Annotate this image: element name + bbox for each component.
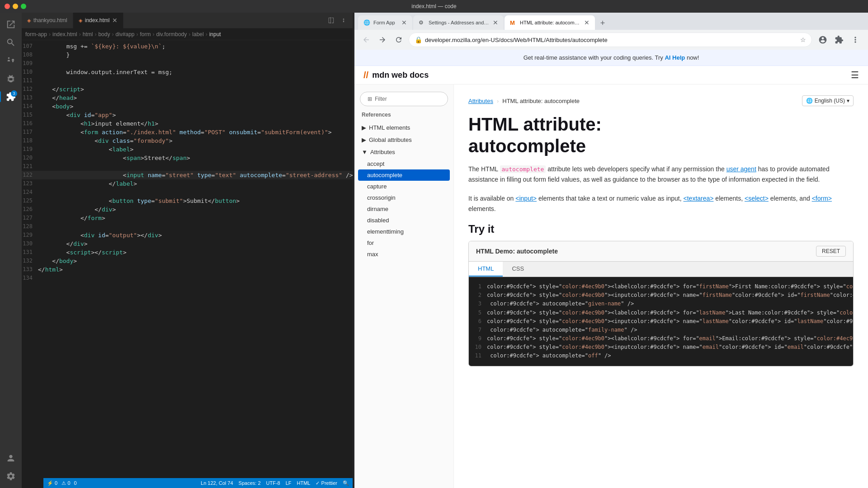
reload-button[interactable]: [392, 33, 405, 46]
filter-button[interactable]: ⊞ Filter: [360, 92, 448, 106]
nav-item-autocomplete[interactable]: autocomplete: [358, 169, 450, 181]
demo-code[interactable]: 1color:#9cdcfe"> style="color:#4ec9b0"><…: [469, 277, 853, 366]
editor-breadcrumb: form-app › index.html › html › body › di…: [22, 28, 353, 40]
code-line-126: 126 </div>: [22, 205, 353, 214]
form-link[interactable]: <form>: [812, 195, 832, 202]
breadcrumb-attributes[interactable]: Attributes: [468, 98, 493, 104]
demo-line: 10color:#9cdcfe"> style="color:#4ec9b0">…: [474, 343, 848, 352]
breadcrumb-item[interactable]: label: [192, 31, 203, 38]
tab-close[interactable]: ✕: [584, 19, 590, 26]
textarea-link[interactable]: <textarea>: [684, 195, 714, 202]
address-bar[interactable]: 🔒 developer.mozilla.org/en-US/docs/Web/H…: [409, 33, 812, 47]
forward-button[interactable]: [376, 33, 389, 46]
breadcrumb-item[interactable]: form-app: [25, 31, 47, 38]
input-link[interactable]: <input>: [515, 195, 537, 202]
nav-item-capture[interactable]: capture: [354, 181, 453, 192]
user-agent-link[interactable]: user agent: [726, 165, 756, 173]
browser-tab-formapp[interactable]: 🌐 Form App ✕: [358, 15, 412, 30]
browser-tab-settings[interactable]: ⚙ Settings - Addresses and ... ✕: [413, 15, 504, 30]
activity-bar: 3: [0, 13, 22, 488]
hamburger-menu[interactable]: ☰: [851, 70, 859, 80]
split-editor-button[interactable]: [326, 15, 336, 26]
code-line-123: 123 </label>: [22, 179, 353, 188]
activity-settings[interactable]: [3, 468, 19, 484]
activity-explorer[interactable]: [3, 16, 19, 33]
nav-item-max[interactable]: max: [354, 249, 453, 260]
status-spaces[interactable]: Spaces: 2: [239, 480, 261, 486]
back-button[interactable]: [360, 33, 373, 46]
mdn-sidebar: ⊞ Filter References ▶ HTML elements ▶ Gl…: [354, 84, 454, 488]
minimize-button[interactable]: [13, 4, 18, 9]
activity-source-control[interactable]: [3, 52, 19, 69]
activity-extensions[interactable]: 3: [3, 89, 19, 105]
mdn-content: Get real-time assistance with your codin…: [354, 50, 868, 488]
tab-css[interactable]: CSS: [503, 262, 533, 277]
more-actions-button[interactable]: [338, 15, 349, 26]
ai-help-link[interactable]: AI Help: [665, 54, 685, 61]
mdn-logo[interactable]: // mdn web docs: [363, 70, 429, 80]
expand-icon: ▼: [362, 149, 368, 155]
try-it-title: Try it: [468, 223, 854, 235]
select-link[interactable]: <select>: [745, 195, 769, 202]
file-icon: ◈: [27, 18, 31, 23]
code-line-110: 110 window.output.innerText = msg;: [22, 68, 353, 76]
new-tab-button[interactable]: +: [596, 16, 609, 30]
code-editor[interactable]: 107 msg += `${key}: ${value}\n`;108 }109…: [22, 40, 353, 478]
browser-tab-mdn[interactable]: M HTML attribute: autocompl... ✕: [505, 15, 595, 30]
demo-line: 2color:#9cdcfe"> style="color:#4ec9b0"><…: [474, 291, 848, 300]
code-line-109: 109: [22, 59, 353, 68]
status-cursor[interactable]: Ln 122, Col 74: [201, 480, 233, 486]
breadcrumb-item[interactable]: index.html: [52, 31, 77, 38]
html-elements-header[interactable]: ▶ HTML elements: [354, 122, 453, 134]
code-line-133: 133</html>: [22, 265, 353, 274]
tab-thankyou[interactable]: ◈ thankyou.html: [22, 13, 73, 28]
nav-item-accept[interactable]: accept: [354, 158, 453, 169]
reset-button[interactable]: RESET: [816, 246, 846, 257]
status-language[interactable]: HTML: [297, 480, 311, 486]
tab-close-button[interactable]: ✕: [112, 17, 118, 23]
breadcrumb-item[interactable]: body: [98, 31, 110, 38]
nav-item-elementtiming[interactable]: elementtiming: [354, 226, 453, 237]
maximize-button[interactable]: [21, 4, 26, 9]
mdn-breadcrumb: Attributes › HTML attribute: autocomplet…: [468, 95, 854, 106]
nav-item-dirname[interactable]: dirname: [354, 203, 453, 215]
tab-close[interactable]: ✕: [493, 19, 498, 26]
status-errors[interactable]: ⚡ 0 ⚠ 0: [47, 480, 71, 486]
tab-close[interactable]: ✕: [401, 19, 407, 26]
bookmark-icon[interactable]: ☆: [800, 36, 806, 43]
tab-html[interactable]: HTML: [469, 262, 503, 277]
nav-item-crossorigin[interactable]: crossorigin: [354, 192, 453, 203]
vscode-panel: ◈ thankyou.html ◈ index.html ✕: [0, 13, 353, 488]
breadcrumb-item-current[interactable]: input: [209, 31, 221, 38]
more-menu-button[interactable]: [848, 33, 863, 47]
demo-line: 5color:#9cdcfe"> style="color:#4ec9b0"><…: [474, 309, 848, 317]
profile-button[interactable]: [816, 33, 830, 47]
section-label: Attributes: [370, 149, 395, 155]
activity-debug[interactable]: [3, 70, 19, 87]
nav-item-disabled[interactable]: disabled: [354, 215, 453, 226]
code-line-120: 120 <span>Street</span>: [22, 154, 353, 162]
extensions-button[interactable]: [832, 33, 846, 47]
address-url: developer.mozilla.org/en-US/docs/Web/HTM…: [425, 37, 797, 43]
status-encoding[interactable]: UTF-8: [266, 480, 280, 486]
tab-index[interactable]: ◈ index.html ✕: [73, 13, 124, 28]
code-line-117: 117 <form action="./index.html" method="…: [22, 128, 353, 136]
breadcrumb-item[interactable]: form: [140, 31, 151, 38]
activity-account[interactable]: [3, 450, 19, 466]
status-line-ending[interactable]: LF: [286, 480, 292, 486]
breadcrumb-item[interactable]: html: [83, 31, 93, 38]
breadcrumb-item[interactable]: div.formbody: [156, 31, 187, 38]
status-notifications[interactable]: 0: [74, 480, 77, 486]
demo-line: 6color:#9cdcfe"> style="color:#4ec9b0"><…: [474, 317, 848, 326]
breadcrumb-item[interactable]: div#app: [115, 31, 134, 38]
nav-item-for[interactable]: for: [354, 237, 453, 249]
global-attributes-header[interactable]: ▶ Global attributes: [354, 134, 453, 146]
language-selector[interactable]: 🌐 English (US) ▾: [802, 95, 854, 106]
activity-search[interactable]: [3, 34, 19, 51]
attributes-header[interactable]: ▼ Attributes: [354, 146, 453, 158]
page-description-2: It is available on <input> elements that…: [468, 193, 854, 214]
code-line-131: 131 <script></script>: [22, 248, 353, 257]
close-button[interactable]: [5, 4, 10, 9]
status-formatter[interactable]: ✓ Prettier: [316, 480, 337, 486]
status-zoom[interactable]: 🔍: [343, 480, 349, 486]
